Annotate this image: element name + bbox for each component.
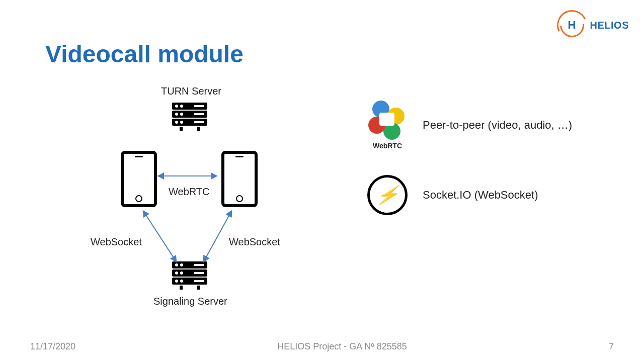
legend-webrtc: WebRTC Peer-to-peer (video, audio, …) <box>367 101 619 150</box>
signaling-server-icon <box>172 261 207 290</box>
architecture-diagram: TURN Server WebRTC WebSocket WebSocket S… <box>45 85 327 322</box>
webrtc-arrow-label: WebRTC <box>169 186 210 198</box>
footer-date: 11/17/2020 <box>30 341 75 352</box>
brand-logo: H HELIOS <box>557 10 629 40</box>
turn-server-icon <box>172 103 207 131</box>
socketio-logo: ⚡ <box>367 175 408 215</box>
slide-footer: 11/17/2020 HELIOS Project - GA Nº 825585… <box>0 341 644 352</box>
brand-logo-mark: H <box>557 10 587 40</box>
legend: WebRTC Peer-to-peer (video, audio, …) ⚡ … <box>367 101 619 240</box>
webrtc-description: Peer-to-peer (video, audio, …) <box>423 119 572 132</box>
websocket-left-label: WebSocket <box>91 236 142 248</box>
page-title: Videocall module <box>45 40 244 68</box>
legend-socketio: ⚡ Socket.IO (WebSocket) <box>367 175 619 215</box>
footer-page: 7 <box>609 341 614 352</box>
phone-right-icon <box>221 151 258 207</box>
svg-line-1 <box>143 211 176 261</box>
brand-name: HELIOS <box>590 20 629 31</box>
websocket-right-label: WebSocket <box>229 236 280 248</box>
webrtc-logo-caption: WebRTC <box>367 142 408 150</box>
socketio-description: Socket.IO (WebSocket) <box>423 189 538 202</box>
footer-project: HELIOS Project - GA Nº 825585 <box>277 341 407 352</box>
svg-line-2 <box>204 211 231 261</box>
phone-left-icon <box>121 151 157 207</box>
signaling-server-label: Signaling Server <box>153 296 227 307</box>
brand-logo-letter: H <box>564 17 580 33</box>
webrtc-logo: WebRTC <box>367 101 408 150</box>
turn-server-label: TURN Server <box>161 85 221 97</box>
